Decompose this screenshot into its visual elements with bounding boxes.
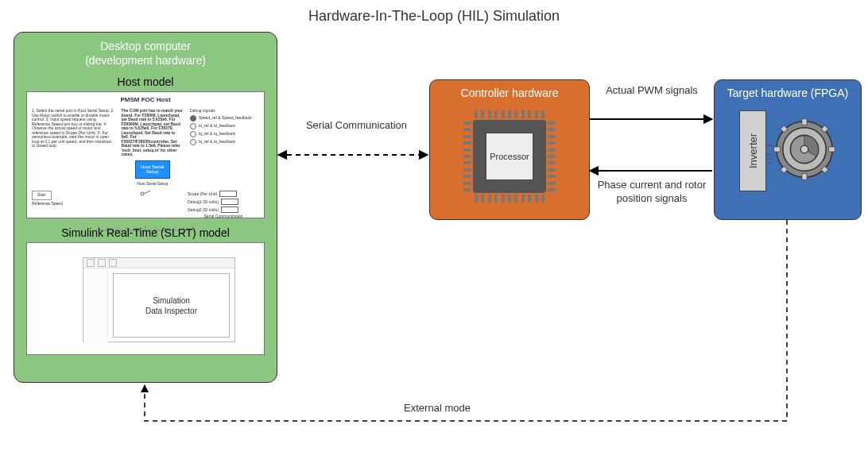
serial-comm-label-arrow: Serial Communication: [299, 119, 414, 133]
debug-signals-label: Debug signals: [190, 109, 259, 114]
radio-speed: Speed_ref & Speed_feedback: [199, 116, 252, 121]
host-note-col: The COM port has to match your board. Fo…: [120, 107, 185, 187]
target-hardware-box: Target hardware (FPGA) Inverter: [714, 79, 862, 220]
host-panel-title: PMSM FOC Host: [30, 97, 261, 104]
svg-rect-15: [802, 119, 807, 125]
radio-ia: Ia_ref & Ia_feedback: [199, 140, 235, 145]
controller-hardware-box: Controller hardware Processor: [429, 79, 590, 220]
svg-rect-16: [802, 173, 807, 179]
external-mode-label: External mode: [358, 402, 517, 414]
processor-chip-icon: Processor: [462, 109, 557, 204]
sdi-plot-label: Simulation Data Inspector: [145, 295, 197, 316]
host-right-bottom: Scope (Per-Unit) Debug1 (SI units) Debug…: [186, 187, 261, 221]
serial-comm-label: Serial Communication: [188, 214, 259, 219]
svg-point-0: [141, 192, 144, 195]
ref-speed-label: Reference Speed: [32, 202, 103, 206]
sdi-sidebar: [83, 268, 108, 342]
desktop-title-line2: (development hardware): [85, 54, 206, 67]
controller-title: Controller hardware: [430, 87, 589, 99]
target-title: Target hardware (FPGA): [715, 87, 861, 99]
diagram-title: Hardware-In-The-Loop (HIL) Simulation: [0, 8, 868, 25]
debug1-label: Debug1 (SI units): [188, 200, 219, 205]
radio-id: Id_ref & Id_feedback: [199, 124, 235, 129]
host-model-panel: PMSM FOC Host 1. Select the serial port …: [26, 91, 265, 218]
host-debug-col: Debug signals Speed_ref & Speed_feedback…: [188, 107, 261, 187]
host-note: The COM port has to match your board. Fo…: [122, 109, 184, 157]
radio-iq: Iq_ref & Iq_feedback: [199, 132, 235, 137]
pwm-signals-label: Actual PWM signals: [592, 84, 711, 98]
switch-icon: [138, 189, 153, 199]
scope-label: Scope (Per-Unit): [188, 192, 217, 197]
host-model-label: Host model: [14, 75, 277, 88]
desktop-title-line1: Desktop computer: [100, 40, 191, 52]
host-serial-button: Host Serial Setup: [135, 160, 170, 179]
desktop-box-title: Desktop computer (development hardware): [14, 39, 277, 68]
host-mid-bottom: [108, 187, 183, 221]
debug2-label: Debug2 (SI units): [188, 208, 219, 213]
inverter-block: Inverter: [739, 110, 766, 191]
svg-rect-18: [828, 147, 835, 152]
slrt-panel: Simulation Data Inspector: [26, 242, 265, 355]
processor-label: Processor: [486, 133, 533, 180]
motor-icon: [773, 118, 836, 181]
sdi-window: Simulation Data Inspector: [83, 257, 235, 342]
host-left-bottom: Start Reference Speed: [30, 187, 105, 221]
phase-current-label: Phase current and rotor position signals: [592, 179, 711, 206]
desktop-computer-box: Desktop computer (development hardware) …: [14, 32, 277, 383]
svg-line-1: [144, 191, 150, 194]
sdi-plot: Simulation Data Inspector: [108, 268, 234, 342]
svg-rect-17: [774, 147, 781, 152]
start-box: Start: [32, 191, 52, 200]
host-instructions: 1. Select the serial port in Host Serial…: [30, 107, 117, 187]
svg-point-25: [800, 145, 808, 153]
sdi-toolbar: [83, 258, 234, 268]
